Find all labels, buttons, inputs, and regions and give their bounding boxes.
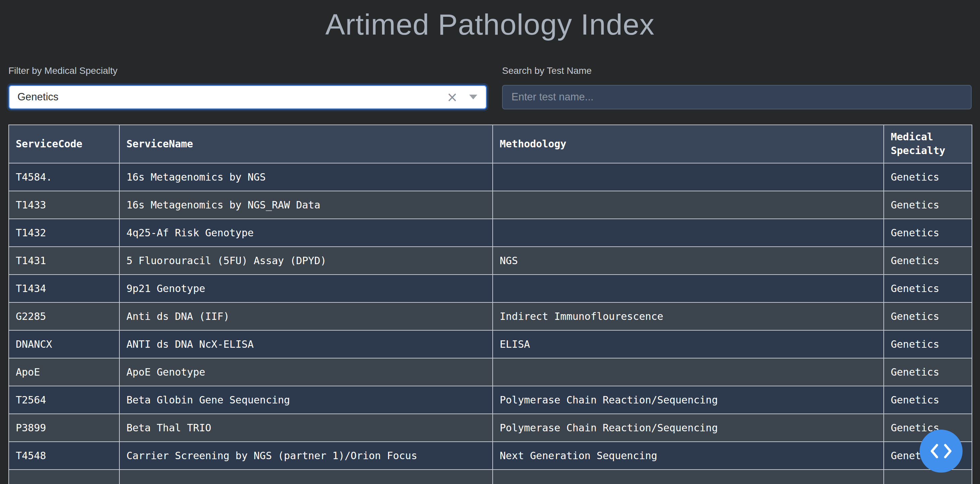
- cell-service-code: T1431: [9, 247, 119, 275]
- cell-service-name: Beta Thal TRIO: [119, 414, 493, 442]
- cell-medical-specialty: Genetics: [884, 358, 972, 386]
- cell-service-name: ANTI ds DNA NcX-ELISA: [119, 330, 493, 358]
- pathology-table: ServiceCode ServiceName Methodology Medi…: [8, 125, 972, 484]
- cell-service-name: 9p21 Genotype: [119, 275, 493, 302]
- cell-service-name: 4q25-Af Risk Genotype: [119, 219, 493, 247]
- cell-medical-specialty: [884, 470, 972, 484]
- table-row: T14349p21 GenotypeGenetics: [9, 275, 972, 302]
- cell-service-name: ApoE Genotype: [119, 358, 493, 386]
- table-row: DNANCXANTI ds DNA NcX-ELISAELISAGenetics: [9, 330, 972, 358]
- cell-service-code: ApoE: [9, 358, 119, 386]
- cell-methodology: [493, 275, 884, 302]
- table-row: T143316s Metagenomics by NGS_RAW DataGen…: [9, 191, 972, 219]
- header-servicename: ServiceName: [119, 125, 493, 163]
- page: Artimed Pathology Index Filter by Medica…: [0, 0, 980, 484]
- table-row: ApoEApoE GenotypeGenetics: [9, 358, 972, 386]
- cell-methodology: [493, 358, 884, 386]
- cell-service-name: Anti ds DNA (IIF): [119, 302, 493, 330]
- cell-methodology: ELISA: [493, 330, 884, 358]
- cell-methodology: NGS: [493, 247, 884, 275]
- table-row: G2285Anti ds DNA (IIF)Indirect Immunoflo…: [9, 302, 972, 330]
- cell-methodology: [493, 191, 884, 219]
- cell-medical-specialty: Genetics: [884, 247, 972, 275]
- cell-service-code: P3899: [9, 414, 119, 442]
- filter-section: Filter by Medical Specialty Genetics ×: [8, 65, 487, 109]
- cell-medical-specialty: Genetics: [884, 163, 972, 191]
- header-servicecode: ServiceCode: [9, 125, 119, 163]
- cell-methodology: Next Generation Sequencing: [493, 442, 884, 470]
- cell-service-name: Beta Globin Gene Sequencing: [119, 386, 493, 414]
- table-row: [9, 470, 972, 484]
- table-row: T4584.16s Metagenomics by NGSGenetics: [9, 163, 972, 191]
- chevron-down-icon[interactable]: [469, 95, 477, 99]
- cell-service-code: T1432: [9, 219, 119, 247]
- search-section: Search by Test Name: [502, 65, 972, 109]
- page-title: Artimed Pathology Index: [8, 5, 972, 45]
- code-icon: [930, 443, 952, 459]
- header-methodology: Methodology: [493, 125, 884, 163]
- cell-medical-specialty: Genetics: [884, 219, 972, 247]
- cell-medical-specialty: Genetics: [884, 191, 972, 219]
- cell-service-name: 16s Metagenomics by NGS: [119, 163, 493, 191]
- cell-service-code: [9, 470, 119, 484]
- table-row: T14324q25-Af Risk GenotypeGenetics: [9, 219, 972, 247]
- cell-medical-specialty: Genetics: [884, 302, 972, 330]
- code-fab-button[interactable]: [920, 430, 963, 473]
- search-input[interactable]: [502, 85, 972, 109]
- cell-medical-specialty: Genetics: [884, 386, 972, 414]
- cell-methodology: [493, 470, 884, 484]
- cell-methodology: [493, 163, 884, 191]
- cell-methodology: Indirect Immunoflourescence: [493, 302, 884, 330]
- cell-methodology: Polymerase Chain Reaction/Sequencing: [493, 386, 884, 414]
- cell-service-name: 16s Metagenomics by NGS_RAW Data: [119, 191, 493, 219]
- cell-service-code: DNANCX: [9, 330, 119, 358]
- cell-service-code: T4584.: [9, 163, 119, 191]
- table-body: T4584.16s Metagenomics by NGSGeneticsT14…: [9, 163, 972, 484]
- cell-service-code: T1433: [9, 191, 119, 219]
- cell-service-name: [119, 470, 493, 484]
- header-medical-specialty: Medical Specialty: [884, 125, 972, 163]
- table-header-row: ServiceCode ServiceName Methodology Medi…: [9, 125, 972, 163]
- table-row: P3899Beta Thal TRIOPolymerase Chain Reac…: [9, 414, 972, 442]
- cell-service-code: T1434: [9, 275, 119, 302]
- cell-medical-specialty: Genetics: [884, 330, 972, 358]
- cell-service-code: T4548: [9, 442, 119, 470]
- filter-label: Filter by Medical Specialty: [8, 65, 487, 76]
- specialty-dropdown[interactable]: Genetics ×: [8, 85, 487, 109]
- cell-service-name: 5 Fluorouracil (5FU) Assay (DPYD): [119, 247, 493, 275]
- table-row: T14315 Fluorouracil (5FU) Assay (DPYD)NG…: [9, 247, 972, 275]
- search-label: Search by Test Name: [502, 65, 972, 76]
- cell-methodology: Polymerase Chain Reaction/Sequencing: [493, 414, 884, 442]
- cell-medical-specialty: Genetics: [884, 275, 972, 302]
- cell-service-name: Carrier Screening by NGS (partner 1)/Ori…: [119, 442, 493, 470]
- controls-row: Filter by Medical Specialty Genetics × S…: [8, 65, 972, 109]
- clear-icon[interactable]: ×: [446, 90, 458, 104]
- table-row: T2564Beta Globin Gene SequencingPolymera…: [9, 386, 972, 414]
- specialty-dropdown-value: Genetics: [18, 91, 446, 103]
- cell-service-code: T2564: [9, 386, 119, 414]
- table-header: ServiceCode ServiceName Methodology Medi…: [9, 125, 972, 163]
- cell-service-code: G2285: [9, 302, 119, 330]
- cell-methodology: [493, 219, 884, 247]
- table-row: T4548Carrier Screening by NGS (partner 1…: [9, 442, 972, 470]
